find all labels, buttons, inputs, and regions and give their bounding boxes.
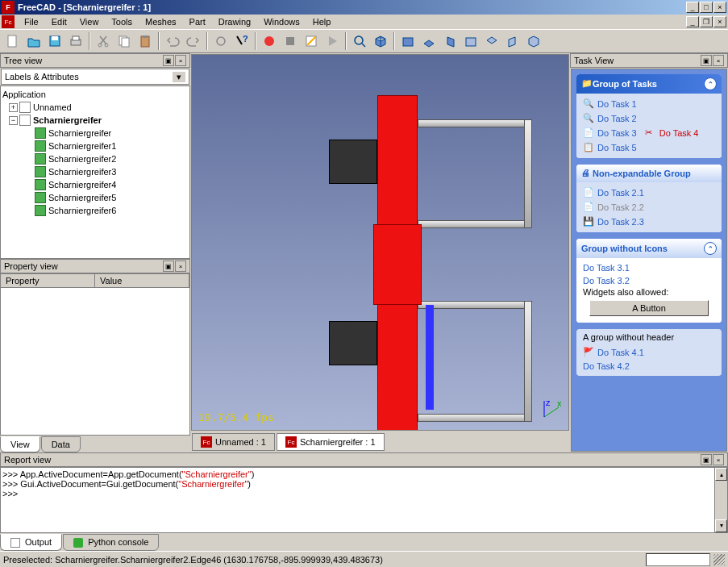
menu-help[interactable]: Help xyxy=(306,15,338,28)
new-icon[interactable] xyxy=(3,31,23,51)
menu-file[interactable]: File xyxy=(18,15,45,28)
tab-data[interactable]: Data xyxy=(41,436,81,452)
task-link[interactable]: 🔍Do Task 2 xyxy=(583,111,715,126)
column-value[interactable]: Value xyxy=(95,274,189,287)
viewport-3d[interactable]: 19.7/5.4 fps xz xyxy=(191,54,569,431)
tree-view[interactable]: Application + Unnamed − Scharniergreifer… xyxy=(0,85,190,259)
task-link[interactable]: ✂Do Task 4 xyxy=(645,126,699,140)
mdi-minimize-button[interactable]: _ xyxy=(686,16,699,27)
close-panel-icon[interactable]: × xyxy=(713,55,724,66)
undock-icon[interactable]: ▣ xyxy=(701,55,712,66)
widgets-label: Widgets also allowed: xyxy=(583,287,715,297)
left-view-icon[interactable] xyxy=(503,31,522,51)
task-link[interactable]: 🚩Do Task 4.1 xyxy=(583,345,715,360)
menu-windows[interactable]: Windows xyxy=(257,15,306,28)
stop-icon[interactable] xyxy=(281,31,300,51)
app-menu-icon: Fc xyxy=(2,15,15,28)
task-link[interactable]: 📄Do Task 2.1 xyxy=(583,186,715,200)
doc-tab-unnamed[interactable]: Fc Unnamed : 1 xyxy=(192,433,275,451)
scroll-up-icon[interactable]: ▴ xyxy=(715,468,727,481)
task-link[interactable]: Do Task 4.2 xyxy=(583,360,715,373)
redo-icon[interactable] xyxy=(184,31,203,51)
part-icon xyxy=(35,166,46,177)
task-link[interactable]: 📄Do Task 3 xyxy=(583,126,637,140)
record-icon[interactable] xyxy=(260,31,279,51)
play-icon[interactable] xyxy=(322,31,342,51)
scrollbar[interactable]: ▴ ▾ xyxy=(714,468,727,532)
close-panel-icon[interactable]: × xyxy=(175,261,186,272)
task-group-header[interactable]: Group without Icons ⌃ xyxy=(576,239,722,258)
back-view-icon[interactable] xyxy=(461,31,480,51)
cut-icon[interactable] xyxy=(94,31,113,51)
tree-root[interactable]: Application xyxy=(2,88,188,101)
mdi-restore-button[interactable]: ❐ xyxy=(700,16,713,27)
copy-icon[interactable] xyxy=(114,31,134,51)
tree-part[interactable]: Scharniergreifer xyxy=(2,127,188,140)
tree-part[interactable]: Scharniergreifer3 xyxy=(2,165,188,178)
axo-view-icon[interactable] xyxy=(524,31,543,51)
menu-part[interactable]: Part xyxy=(183,15,212,28)
column-property[interactable]: Property xyxy=(1,274,95,287)
undock-icon[interactable]: ▣ xyxy=(163,55,174,66)
save-icon[interactable] xyxy=(45,31,64,51)
edit-icon[interactable] xyxy=(302,31,321,51)
collapse-icon[interactable]: − xyxy=(9,116,18,125)
property-table[interactable]: Property Value xyxy=(0,273,190,436)
task-link[interactable]: 📋Do Task 5 xyxy=(583,140,715,155)
tree-part[interactable]: Scharniergreifer4 xyxy=(2,178,188,191)
task-link[interactable]: 🔍Do Task 1 xyxy=(583,97,715,111)
menu-view[interactable]: View xyxy=(73,15,106,28)
collapse-icon[interactable]: ⌃ xyxy=(704,77,717,90)
front-view-icon[interactable] xyxy=(398,31,418,51)
tree-part[interactable]: Scharniergreifer6 xyxy=(2,204,188,217)
expand-icon[interactable]: + xyxy=(9,103,18,112)
task-group-header[interactable]: 🖨 Non-expandable Group xyxy=(576,165,722,182)
scroll-down-icon[interactable]: ▾ xyxy=(715,519,727,532)
report-output[interactable]: >>> App.ActiveDocument=App.getDocument("… xyxy=(0,467,728,533)
menu-drawing[interactable]: Drawing xyxy=(212,15,257,28)
bottom-view-icon[interactable] xyxy=(482,31,501,51)
refresh-icon[interactable] xyxy=(211,31,231,51)
close-button[interactable]: × xyxy=(713,2,726,13)
svg-point-13 xyxy=(264,36,274,46)
close-panel-icon[interactable]: × xyxy=(713,454,724,465)
right-view-icon[interactable] xyxy=(440,31,460,51)
close-panel-icon[interactable]: × xyxy=(175,55,186,66)
tab-view[interactable]: View xyxy=(0,436,40,452)
maximize-button[interactable]: □ xyxy=(700,2,713,13)
menu-edit[interactable]: Edit xyxy=(45,15,73,28)
undo-icon[interactable] xyxy=(163,31,182,51)
menu-tools[interactable]: Tools xyxy=(105,15,139,28)
whats-this-icon[interactable]: ? xyxy=(232,31,252,51)
undock-icon[interactable]: ▣ xyxy=(163,261,174,272)
part-icon xyxy=(35,153,46,165)
top-view-icon[interactable] xyxy=(419,31,439,51)
paste-icon[interactable] xyxy=(135,31,155,51)
fit-icon[interactable] xyxy=(350,31,369,51)
tree-part[interactable]: Scharniergreifer2 xyxy=(2,152,188,165)
collapse-icon[interactable]: ⌃ xyxy=(704,242,717,255)
svg-text:?: ? xyxy=(243,34,248,44)
task-link[interactable]: Do Task 3.1 xyxy=(583,261,715,274)
tree-part[interactable]: Scharniergreifer5 xyxy=(2,191,188,204)
task-area[interactable]: 📁 Group of Tasks ⌃ 🔍Do Task 1 🔍Do Task 2… xyxy=(571,69,727,452)
tab-output[interactable]: Output xyxy=(0,534,62,551)
task-group-header[interactable]: 📁 Group of Tasks ⌃ xyxy=(576,74,722,94)
tree-doc-active[interactable]: − Scharniergreifer xyxy=(2,114,188,127)
task-link[interactable]: Do Task 3.2 xyxy=(583,274,715,287)
iso-view-icon[interactable] xyxy=(371,31,390,51)
open-icon[interactable] xyxy=(24,31,44,51)
undock-icon[interactable]: ▣ xyxy=(701,454,712,465)
a-button[interactable]: A Button xyxy=(589,300,709,316)
tree-filter-combo[interactable]: Labels & Attributes ▾ xyxy=(1,69,189,85)
resize-grip[interactable] xyxy=(713,554,725,565)
doc-tab-scharniergreifer[interactable]: Fc Scharniergreifer : 1 xyxy=(277,433,385,451)
tree-doc[interactable]: + Unnamed xyxy=(2,101,188,114)
minimize-button[interactable]: _ xyxy=(686,2,699,13)
tree-part[interactable]: Scharniergreifer1 xyxy=(2,140,188,152)
tab-python-console[interactable]: Python console xyxy=(63,534,159,551)
menu-meshes[interactable]: Meshes xyxy=(139,15,183,28)
mdi-close-button[interactable]: × xyxy=(713,16,726,27)
task-link[interactable]: 💾Do Task 2.3 xyxy=(583,215,715,229)
print-icon[interactable] xyxy=(66,31,85,51)
